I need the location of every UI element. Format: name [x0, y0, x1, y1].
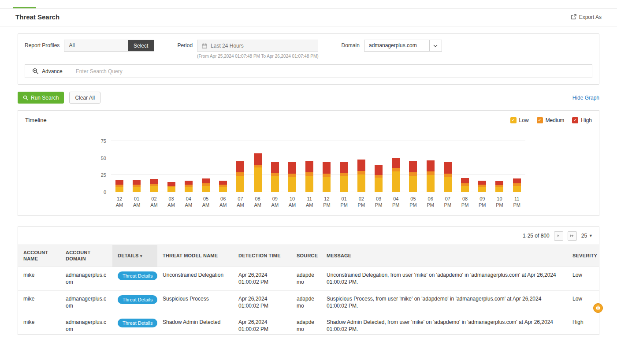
x-axis-label: 04AM — [180, 196, 197, 208]
cell-source: adapdemo — [291, 267, 321, 290]
legend-checkbox-medium[interactable]: ✓ — [537, 117, 543, 123]
x-axis-label: 02PM — [353, 196, 370, 208]
clear-all-button[interactable]: Clear All — [69, 92, 100, 104]
threat-details-button[interactable]: Threat Details — [118, 319, 157, 327]
legend-item-medium[interactable]: ✓Medium — [537, 117, 565, 123]
search-query-input[interactable] — [70, 65, 592, 78]
x-axis-label: 05PM — [405, 196, 421, 208]
x-axis-label: 12PM — [318, 196, 335, 208]
bar-segment-low — [427, 175, 435, 192]
col-details-label: DETAILS — [118, 253, 139, 258]
next-page-button[interactable] — [554, 231, 563, 241]
x-axis-label: 09AM — [267, 196, 283, 208]
legend-checkbox-low[interactable]: ✓ — [510, 117, 517, 123]
search-icon — [23, 95, 28, 100]
bar-segment-low — [495, 187, 503, 192]
caret-down-icon: ▼ — [589, 234, 593, 238]
chevron-down-icon[interactable] — [429, 40, 442, 51]
export-icon — [571, 14, 576, 20]
advanced-search-icon — [32, 68, 39, 74]
bar-segment-medium — [236, 172, 244, 176]
bar-06-am — [215, 134, 231, 192]
bar-segment-high — [478, 181, 486, 185]
timeline-plot: 0255075 — [111, 134, 525, 192]
cell-threat-model-name: Shadow Admin Detected — [157, 314, 233, 335]
legend-checkbox-high[interactable]: ✓ — [572, 117, 578, 123]
page-size-dropdown[interactable]: 25 ▼ — [581, 233, 593, 239]
x-axis-label: 10AM — [284, 196, 301, 208]
bar-segment-high — [202, 178, 210, 183]
bar-08-am — [249, 134, 266, 192]
bar-04-pm — [387, 134, 404, 192]
advance-search-button[interactable]: Advance — [25, 65, 70, 78]
y-axis-tick-label: 0 — [91, 189, 106, 195]
table-row: mikeadmanagerplus.comThreat DetailsUncon… — [18, 267, 599, 290]
bar-segment-low — [167, 187, 175, 192]
domain-group: Domain admanagerplus.com — [342, 40, 442, 52]
bar-segment-low — [444, 177, 452, 192]
sort-caret-icon: ▾ — [140, 254, 142, 258]
page-title: Threat Search — [15, 13, 59, 21]
pagination-range: 1-25 of 800 — [523, 233, 550, 239]
search-query-bar: Advance — [25, 64, 592, 78]
bar-segment-high — [150, 179, 158, 184]
threat-table: ACCOUNT NAME ACCOUNT DOMAIN DETAILS ▾ TH… — [18, 245, 599, 335]
bar-segment-high — [271, 162, 279, 173]
x-axis-label: 01AM — [128, 196, 145, 208]
bar-segment-low — [375, 178, 383, 192]
calendar-icon — [202, 43, 207, 48]
cell-detection-time: Apr 26,2024 01:00:02 PM — [233, 267, 291, 290]
legend-item-high[interactable]: ✓High — [572, 117, 592, 123]
bar-segment-high — [392, 158, 400, 168]
x-axis-label: 10PM — [491, 196, 508, 208]
last-page-button[interactable] — [568, 231, 577, 241]
bar-segment-low — [115, 187, 123, 192]
bar-segment-low — [513, 186, 521, 192]
bar-07-pm — [439, 134, 456, 192]
bar-segment-low — [461, 186, 469, 192]
threat-details-button[interactable]: Threat Details — [118, 295, 157, 304]
export-as-button[interactable]: Export As — [571, 14, 602, 20]
legend-label: High — [581, 117, 592, 123]
bar-segment-high — [219, 181, 227, 185]
bar-segment-low — [288, 177, 296, 192]
select-button[interactable]: Select — [128, 40, 154, 51]
bar-segment-medium — [305, 172, 313, 176]
cell-details: Threat Details — [112, 314, 157, 335]
bars-row — [111, 134, 525, 192]
cell-details: Threat Details — [112, 267, 157, 290]
y-axis-tick-label: 25 — [91, 172, 106, 178]
bar-segment-low — [254, 167, 262, 192]
bar-segment-low — [478, 187, 486, 192]
domain-select[interactable]: admanagerplus.com — [364, 40, 442, 52]
bar-segment-high — [444, 162, 452, 174]
period-group: Period Last 24 Hours (From Apr 25,2024 0… — [177, 40, 318, 59]
timeline-chart: 0255075 12AM01AM02AM03AM04AM05AM06AM07AM… — [111, 134, 525, 208]
period-value: Last 24 Hours — [211, 43, 244, 49]
assistant-bot-button[interactable] — [593, 303, 603, 313]
bar-01-am — [128, 134, 145, 192]
timeline-panel: Timeline ✓Low✓Medium✓High 0255075 12AM01… — [18, 110, 599, 216]
bar-07-am — [232, 134, 249, 192]
report-profiles-field[interactable]: All Select — [64, 40, 154, 52]
bar-segment-high — [254, 153, 262, 165]
period-field[interactable]: Last 24 Hours — [197, 40, 318, 52]
col-message: MESSAGE — [321, 245, 567, 267]
col-details[interactable]: DETAILS ▾ — [112, 245, 157, 267]
hide-graph-link[interactable]: Hide Graph — [572, 95, 599, 101]
filter-row: Report Profiles All Select Period Last 2… — [25, 40, 592, 59]
run-search-button[interactable]: Run Search — [18, 92, 64, 104]
bar-segment-low — [323, 177, 331, 192]
bar-segment-high — [461, 178, 469, 183]
bar-segment-high — [513, 178, 521, 183]
report-profiles-value[interactable]: All — [64, 40, 128, 51]
bar-02-pm — [353, 134, 370, 192]
filters-panel: Report Profiles All Select Period Last 2… — [18, 33, 599, 85]
domain-label: Domain — [342, 40, 360, 52]
cell-message: Suspicious Process, from user 'mike' on … — [321, 290, 567, 314]
bar-segment-low — [392, 171, 400, 192]
threat-details-button[interactable]: Threat Details — [118, 271, 157, 280]
table-row: mikeadmanagerplus.comThreat DetailsSuspi… — [18, 290, 599, 314]
bar-10-am — [284, 134, 301, 192]
legend-item-low[interactable]: ✓Low — [510, 117, 529, 123]
